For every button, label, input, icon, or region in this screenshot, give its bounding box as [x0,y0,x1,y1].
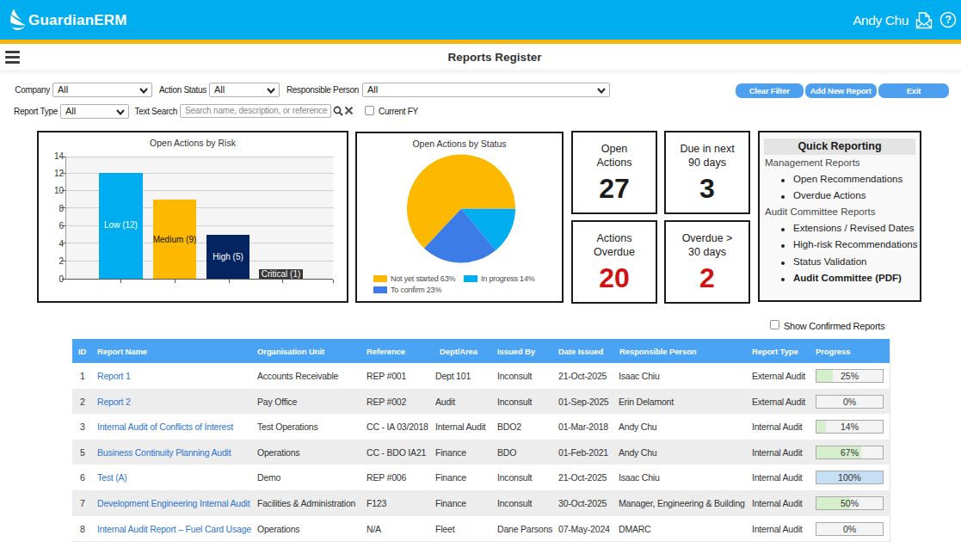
svg-text:?: ? [945,14,952,26]
